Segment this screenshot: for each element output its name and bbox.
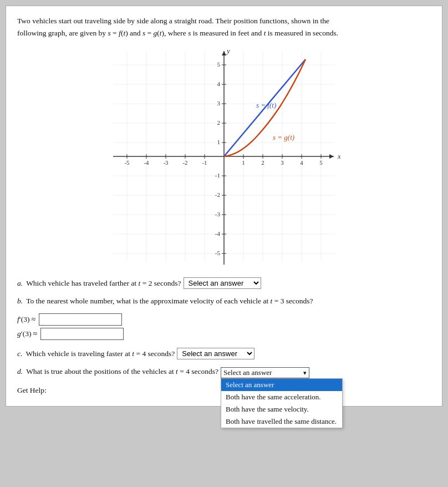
problem-line2: following graph, are given by s = f(t) a… xyxy=(17,29,338,37)
label-f: s = f(t) xyxy=(256,101,276,109)
svg-text:-2: -2 xyxy=(182,159,187,166)
chevron-down-icon: ▾ xyxy=(303,369,307,377)
f-prime-input[interactable] xyxy=(39,313,122,326)
dropdown-d-current-value: Select an answer xyxy=(223,368,272,377)
question-c-text: Which vehicle is traveling faster at t =… xyxy=(26,349,175,358)
question-d-text: What is true about the positions of the … xyxy=(26,367,218,376)
dropdown-option-velocity[interactable]: Both have the same velocity. xyxy=(221,403,342,415)
svg-text:-1: -1 xyxy=(202,159,207,166)
svg-text:-2: -2 xyxy=(215,191,220,198)
page-container: Two vehicles start out traveling side by… xyxy=(6,6,442,407)
graph-area: -5 -4 -3 -2 -1 1 2 3 4 5 5 4 3 2 1 -1 -2… xyxy=(17,45,431,267)
x-axis-label: x xyxy=(337,152,340,160)
question-b-label: b. xyxy=(17,297,23,306)
svg-text:-3: -3 xyxy=(163,159,169,166)
question-b: b. To the nearest whole number, what is … xyxy=(17,297,431,340)
svg-text:1: 1 xyxy=(217,139,221,145)
get-help-label: Get Help: xyxy=(17,386,47,394)
svg-text:5: 5 xyxy=(319,159,323,166)
svg-text:-5: -5 xyxy=(215,250,221,256)
svg-text:-3: -3 xyxy=(215,211,221,217)
question-d-select[interactable]: Select an answer ▾ xyxy=(221,367,309,378)
question-c: c. Which vehicle is traveling faster at … xyxy=(17,348,431,359)
problem-text: Two vehicles start out traveling side by… xyxy=(17,15,431,39)
svg-text:-4: -4 xyxy=(215,230,221,237)
svg-text:2: 2 xyxy=(217,119,221,126)
svg-text:2: 2 xyxy=(261,159,264,166)
g-prime-input[interactable] xyxy=(40,328,124,340)
dropdown-option-acceleration[interactable]: Both have the same acceleration. xyxy=(221,391,342,403)
svg-text:5: 5 xyxy=(217,61,221,68)
question-b-text: To the nearest whole number, what is the… xyxy=(26,297,313,306)
g-prime-label: g′(3) ≈ xyxy=(17,329,37,338)
f-prime-row: f′(3) ≈ xyxy=(17,313,431,326)
dropdown-option-select-answer[interactable]: Select an answer xyxy=(221,379,342,391)
question-d: d. What is true about the positions of t… xyxy=(17,367,431,378)
label-g: s = g(t) xyxy=(273,133,294,141)
question-a-text: Which vehicle has traveled farther at t … xyxy=(26,279,181,288)
f-prime-label: f′(3) ≈ xyxy=(17,315,35,324)
svg-text:3: 3 xyxy=(217,100,221,106)
question-c-label: c. xyxy=(17,349,22,358)
dropdown-option-distance[interactable]: Both have travelled the same distance. xyxy=(221,415,342,428)
question-d-dropdown-container: Select an answer ▾ Select an answer Both… xyxy=(221,367,309,378)
question-a-label: a. xyxy=(17,279,23,288)
question-c-select[interactable]: Select an answer f g xyxy=(177,348,254,359)
svg-text:4: 4 xyxy=(217,80,221,87)
questions-area: a. Which vehicle has traveled farther at… xyxy=(17,277,431,395)
svg-text:-4: -4 xyxy=(144,159,149,166)
svg-text:-1: -1 xyxy=(215,172,220,179)
question-b-text-row: b. To the nearest whole number, what is … xyxy=(17,297,431,306)
question-d-dropdown-menu: Select an answer Both have the same acce… xyxy=(221,378,343,428)
coordinate-graph: -5 -4 -3 -2 -1 1 2 3 4 5 5 4 3 2 1 -1 -2… xyxy=(108,45,340,267)
question-d-label: d. xyxy=(17,367,23,376)
svg-text:3: 3 xyxy=(281,159,284,166)
g-prime-row: g′(3) ≈ xyxy=(17,328,431,340)
problem-line1: Two vehicles start out traveling side by… xyxy=(17,17,329,25)
y-axis-label: y xyxy=(226,47,230,55)
svg-text:-5: -5 xyxy=(124,159,130,166)
svg-text:1: 1 xyxy=(242,159,245,166)
svg-text:4: 4 xyxy=(300,159,303,166)
question-a: a. Which vehicle has traveled farther at… xyxy=(17,277,431,289)
question-a-select[interactable]: Select an answer f g xyxy=(184,277,261,289)
